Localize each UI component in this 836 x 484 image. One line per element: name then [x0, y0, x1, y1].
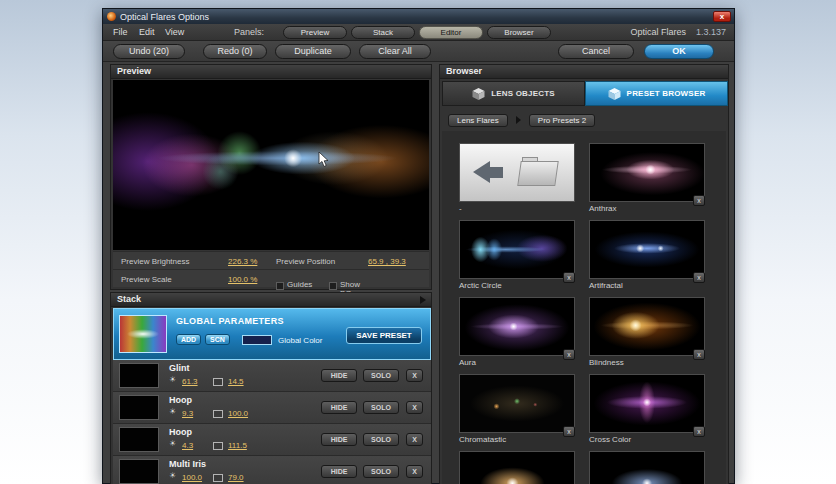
duplicate-button[interactable]: Duplicate [275, 44, 351, 59]
preset-item: - [459, 143, 577, 216]
panel-button-preview[interactable]: Preview [283, 26, 347, 39]
solo-button[interactable]: SOLO [363, 465, 399, 478]
tab-lens-objects[interactable]: LENS OBJECTS [442, 81, 585, 106]
stack-item-brightness[interactable]: 100.0 [182, 473, 202, 482]
stack-item-scale[interactable]: 14.5 [228, 377, 244, 386]
preset-thumbnail[interactable] [589, 451, 705, 484]
breadcrumb-arrow-icon [516, 116, 521, 124]
preset-thumbnail[interactable]: x [589, 143, 705, 202]
hide-button[interactable]: HIDE [321, 465, 357, 478]
guides-checkbox-group: Guides [276, 275, 287, 293]
stack-row[interactable]: Multi Iris ☀ 100.0 79.0 HIDE SOLO X [113, 456, 431, 484]
close-button[interactable]: x [713, 11, 731, 22]
tab-preset-browser[interactable]: PRESET BROWSER [585, 81, 728, 106]
stack-item-brightness[interactable]: 61.3 [182, 377, 198, 386]
preview-scale-label: Preview Scale [121, 275, 172, 284]
preview-scale-value[interactable]: 100.0 % [228, 275, 257, 284]
global-parameters-title: GLOBAL PARAMETERS [176, 316, 284, 326]
stack-row[interactable]: Hoop ☀ 9.3 100.0 HIDE SOLO X [113, 392, 431, 424]
stack-panel: Stack GLOBAL PARAMETERS ADD SCN Global C… [110, 292, 432, 484]
global-flare-thumbnail [119, 315, 167, 353]
preset-item [459, 451, 577, 484]
preset-thumbnail[interactable]: x [459, 220, 575, 279]
menu-edit[interactable]: Edit [135, 26, 159, 38]
preset-label: Arctic Circle [459, 281, 577, 290]
add-button[interactable]: ADD [176, 334, 201, 345]
scn-button[interactable]: SCN [205, 334, 230, 345]
preset-thumbnail[interactable]: x [589, 297, 705, 356]
browser-panel: Browser LENS OBJECTS PRESET BROWSER Lens… [439, 64, 729, 484]
menu-bar: File Edit View Panels: Preview Stack Edi… [103, 24, 734, 41]
panel-button-editor[interactable]: Editor [419, 26, 483, 39]
delete-button[interactable]: X [406, 433, 423, 446]
preset-remove-button[interactable]: x [563, 426, 575, 437]
delete-button[interactable]: X [406, 465, 423, 478]
delete-button[interactable]: X [406, 401, 423, 414]
hide-button[interactable]: HIDE [321, 369, 357, 382]
preset-thumbnail[interactable]: x [589, 220, 705, 279]
stack-row[interactable]: Glint ☀ 61.3 14.5 HIDE SOLO X [113, 360, 431, 392]
stack-item-thumbnail [119, 363, 159, 388]
preset-item: x Arctic Circle [459, 220, 577, 293]
preset-remove-button[interactable]: x [693, 426, 705, 437]
clear-all-button[interactable]: Clear All [359, 44, 431, 59]
breadcrumb-pro-presets[interactable]: Pro Presets 2 [529, 114, 595, 127]
preset-label: Blindness [589, 358, 707, 367]
flare-preview-canvas[interactable] [113, 80, 429, 250]
solo-button[interactable]: SOLO [363, 369, 399, 382]
preset-item: x Anthrax [589, 143, 707, 216]
stack-row[interactable]: Hoop ☀ 4.3 111.5 HIDE SOLO X [113, 424, 431, 456]
preset-thumbnail[interactable]: x [459, 374, 575, 433]
preview-position-value[interactable]: 65.9 , 39.3 [368, 257, 406, 266]
global-parameters-block[interactable]: GLOBAL PARAMETERS ADD SCN Global Color S… [113, 308, 431, 360]
stack-item-thumbnail [119, 459, 159, 484]
preset-grid[interactable]: - x Anthrax x Arctic Circle x [442, 131, 726, 484]
global-color-swatch[interactable] [242, 335, 272, 345]
stack-item-scale[interactable]: 100.0 [228, 409, 248, 418]
stack-item-name: Hoop [169, 395, 192, 405]
stack-menu-arrow-icon[interactable] [420, 296, 426, 304]
menu-view[interactable]: View [161, 26, 188, 38]
preset-remove-button[interactable]: x [563, 349, 575, 360]
folder-up-thumbnail[interactable] [459, 143, 575, 202]
hide-button[interactable]: HIDE [321, 401, 357, 414]
brightness-icon: ☀ [169, 375, 176, 384]
preset-thumbnail[interactable]: x [459, 297, 575, 356]
stack-item-scale[interactable]: 111.5 [228, 441, 247, 450]
preset-remove-button[interactable]: x [563, 272, 575, 283]
delete-button[interactable]: X [406, 369, 423, 382]
stack-panel-title: Stack [117, 294, 141, 304]
stack-rows: Glint ☀ 61.3 14.5 HIDE SOLO X Hoop ☀ 9.3… [113, 360, 431, 484]
title-bar[interactable]: Optical Flares Options x [103, 9, 734, 24]
stack-item-brightness[interactable]: 9.3 [182, 409, 193, 418]
breadcrumb-lens-flares[interactable]: Lens Flares [448, 114, 508, 127]
stack-item-scale[interactable]: 79.0 [228, 473, 244, 482]
show-bg-checkbox[interactable] [329, 282, 337, 290]
cube-icon [608, 88, 621, 100]
hide-button[interactable]: HIDE [321, 433, 357, 446]
panel-button-browser[interactable]: Browser [487, 26, 551, 39]
solo-button[interactable]: SOLO [363, 433, 399, 446]
panel-button-stack[interactable]: Stack [351, 26, 415, 39]
preview-brightness-value[interactable]: 226.3 % [228, 257, 257, 266]
preset-label: Artifractal [589, 281, 707, 290]
save-preset-button[interactable]: SAVE PRESET [346, 327, 422, 344]
preset-remove-button[interactable]: x [693, 272, 705, 283]
optical-flares-window: Optical Flares Options x File Edit View … [102, 8, 735, 484]
stack-item-brightness[interactable]: 4.3 [182, 441, 193, 450]
cancel-button[interactable]: Cancel [558, 44, 634, 59]
preview-position-label: Preview Position [276, 257, 335, 266]
guides-checkbox[interactable] [276, 282, 284, 290]
preset-thumbnail[interactable] [459, 451, 575, 484]
stack-item-thumbnail [119, 395, 159, 420]
global-color-label: Global Color [278, 336, 322, 345]
panels-label: Panels: [234, 27, 264, 37]
preset-remove-button[interactable]: x [693, 195, 705, 206]
menu-file[interactable]: File [109, 26, 132, 38]
preset-thumbnail[interactable]: x [589, 374, 705, 433]
preset-remove-button[interactable]: x [693, 349, 705, 360]
undo-button[interactable]: Undo (20) [113, 44, 185, 59]
ok-button[interactable]: OK [644, 44, 714, 59]
solo-button[interactable]: SOLO [363, 401, 399, 414]
redo-button[interactable]: Redo (0) [203, 44, 267, 59]
